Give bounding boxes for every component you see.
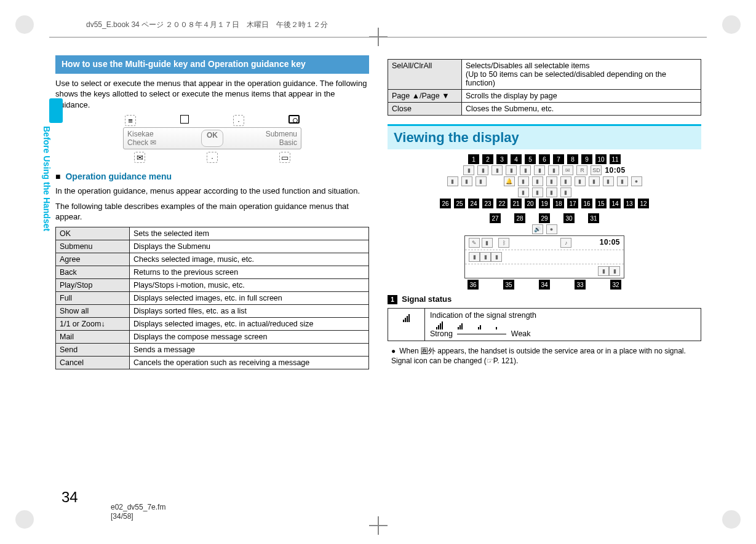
mail-key-icon: ≡	[125, 115, 136, 126]
camera-key-icon	[288, 115, 300, 124]
menu-desc-cell: Displays selected images, etc. in actual…	[130, 317, 369, 330]
bluetooth-icon: ᛒ	[498, 238, 509, 248]
table-row: 1/1 or Zoom↓Displays selected images, et…	[56, 317, 369, 330]
callout-row-l1: 2728293031	[490, 213, 599, 223]
up-dpad-icon: ·	[233, 115, 244, 126]
menu-name-cell: Back	[56, 266, 130, 278]
callout-number: 3	[496, 154, 507, 164]
menu-desc-cell: Plays/Stops i-motion, music, etc.	[130, 278, 369, 291]
callout-row-bottom: 3635343332	[468, 280, 621, 290]
table-row: Show allDisplays sorted files, etc. as a…	[56, 304, 369, 317]
menu-desc-cell: Sets the selected item	[130, 227, 369, 240]
signal-icon: ▮	[463, 165, 474, 175]
sub-para2: The following table describes examples o…	[55, 201, 369, 223]
table-row: OKSets the selected item	[56, 227, 369, 240]
menu-name-cell: Play/Stop	[56, 278, 130, 291]
sub-para1: In the operation guidance, menus appear …	[55, 186, 369, 197]
intro-paragraph: Use to select or execute the menus that …	[55, 78, 369, 111]
menu-name-cell: Submenu	[56, 240, 130, 253]
softkey-center-label: OK	[201, 130, 223, 147]
softkey-figure: ≡ · Kisekae Check ✉ OK Submenu Basic ✉ ·	[55, 115, 369, 164]
square-key-icon	[180, 115, 189, 124]
alarm-icon: 🔔	[504, 176, 515, 186]
battery-icon: ▮	[477, 165, 488, 175]
top-crosshair-icon	[369, 28, 388, 46]
status-icon: ●	[546, 224, 557, 234]
menu-name-cell: Show all	[56, 304, 130, 317]
status-icon: ▮	[520, 165, 531, 175]
left-column: How to use the Multi-guide key and Opera…	[55, 55, 369, 498]
callout-number: 23	[482, 199, 493, 208]
menu-desc-cell: Scrolls the display by page	[462, 90, 701, 103]
callout-number: 19	[539, 199, 550, 208]
status-icon: ▮	[518, 187, 529, 197]
volume-icon: 🔊	[532, 224, 543, 234]
callout-number: 20	[525, 199, 536, 208]
status-icon: ▮	[480, 252, 491, 262]
table-row: Play/StopPlays/Stops i-motion, music, et…	[56, 278, 369, 291]
callout-number: 5	[525, 154, 536, 164]
table-row: SelAll/ClrAllSelects/Disables all select…	[388, 60, 701, 90]
menu-desc-cell: Displays the Submenu	[130, 240, 369, 253]
callout-number: 9	[581, 154, 592, 164]
status-icon: ▮	[617, 176, 628, 186]
lower-icon-row: 🔊 ●	[532, 224, 557, 234]
callout-number: 7	[553, 154, 564, 164]
softkey-bar: Kisekae Check ✉ OK Submenu Basic	[123, 127, 301, 149]
callout-number: 12	[638, 199, 649, 208]
callout-number: 22	[496, 199, 507, 208]
softkey-line2-left: Check	[127, 138, 148, 147]
status-icon: ▮	[491, 165, 503, 175]
footer-line2: [34/58]	[111, 512, 165, 522]
signal-strong-label: Strong	[430, 329, 453, 338]
menu-name-cell: Agree	[56, 253, 130, 266]
callout-number: 29	[539, 213, 550, 223]
status-icon: ▮	[518, 176, 529, 186]
status-icon: ▮	[609, 266, 620, 276]
status-icon: ✉	[562, 165, 573, 175]
icon-status-row-3: ▮▮▮▮	[518, 187, 571, 197]
status-icon: ▮	[575, 176, 586, 186]
menu-name-cell: Mail	[56, 330, 130, 343]
callout-number: 34	[539, 280, 550, 290]
signal-desc-cell: Indication of the signal strength Strong…	[425, 309, 701, 341]
callout-number: 26	[440, 199, 451, 208]
table-row: FullDisplays selected images, etc. in fu…	[56, 291, 369, 304]
table-row: BackReturns to the previous screen	[56, 266, 369, 278]
menu-name-cell: Send	[56, 343, 130, 356]
menu-name-cell: Full	[56, 291, 130, 304]
table-row: AgreeChecks selected image, music, etc.	[56, 253, 369, 266]
status-icon: ▮	[469, 252, 480, 262]
menu-name-cell: Cancel	[56, 356, 130, 369]
menu-desc-cell: Displays the compose message screen	[130, 330, 369, 343]
callout-number: 18	[553, 199, 564, 208]
callout-number: 32	[610, 280, 621, 290]
book-header-line: dv55_E.book 34 ページ ２００８年４月１７日 木曜日 午後２時１２…	[86, 20, 328, 30]
status-icon: R	[576, 165, 587, 175]
signal-3-icon	[458, 321, 463, 329]
display-clock-1: 10:05	[605, 166, 625, 175]
callout-number: 27	[490, 213, 501, 223]
down-dpad-icon: ·	[207, 152, 218, 163]
callout-number: 17	[567, 199, 578, 208]
callout-number: 4	[511, 154, 522, 164]
status-icon: ▮	[603, 176, 614, 186]
callout-number: 14	[610, 199, 621, 208]
signal-bars-icon	[403, 311, 410, 322]
status-icon: ▮	[534, 165, 545, 175]
menu-desc-cell: Closes the Submenu, etc.	[462, 103, 701, 116]
signal-4-icon	[436, 321, 444, 329]
menu-name-cell: Close	[388, 103, 462, 116]
envelope-key-icon: ✉	[134, 152, 145, 163]
callout-number: 21	[511, 199, 522, 208]
signal-status-label: 1 1 Signal status Signal status	[388, 294, 701, 304]
edit-icon: ✎	[469, 238, 480, 248]
operation-guidance-subheading: ■Operation guidance menu	[55, 171, 369, 181]
status-icon: ▮	[506, 165, 517, 175]
audio-icon: ♪	[560, 238, 571, 248]
status-icon: ▮	[475, 176, 487, 186]
table-row: Page ▲/Page ▼Scrolls the display by page	[388, 90, 701, 103]
table-row: CancelCancels the operation such as rece…	[56, 356, 369, 369]
status-icon: ▮	[546, 187, 557, 197]
status-icon: ▮	[447, 176, 458, 186]
